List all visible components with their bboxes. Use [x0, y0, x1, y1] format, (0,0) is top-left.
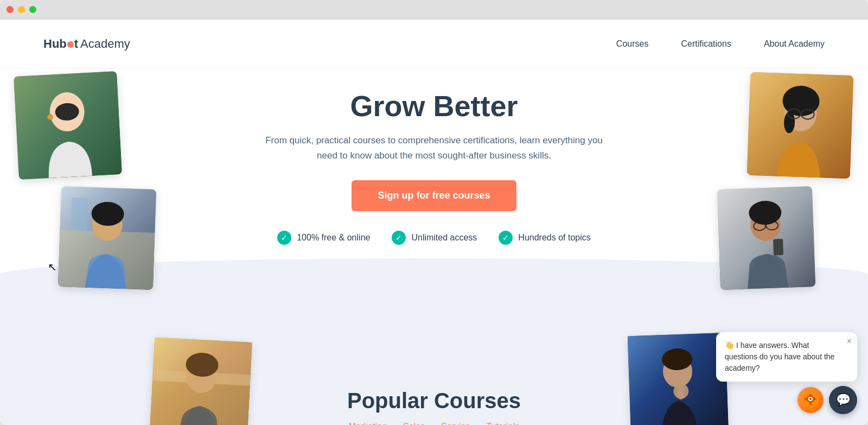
svg-point-36 [809, 398, 812, 400]
svg-rect-13 [71, 198, 88, 231]
feature-unlimited-label: Unlimited access [411, 233, 477, 243]
check-icon-topics: ✓ [499, 231, 513, 245]
photo-card-mid-left [58, 186, 156, 290]
close-button[interactable] [7, 6, 14, 13]
logo-hubspot-text: Hub [43, 37, 67, 51]
hero-subtitle: From quick, practical courses to compreh… [255, 133, 613, 162]
nav-about-academy[interactable]: About Academy [764, 39, 825, 49]
feature-free-label: 100% free & online [297, 233, 370, 243]
chat-bubble-text: 👋 I have answers. What questions do you … [725, 340, 848, 374]
chat-avatar [797, 387, 824, 413]
photo-card-top-right [747, 72, 854, 179]
features-row: ✓ 100% free & online ✓ Unlimited access … [255, 231, 613, 245]
check-icon-unlimited: ✓ [392, 231, 406, 245]
minimize-button[interactable] [18, 6, 25, 13]
logo-academy-text: Academy [80, 37, 130, 51]
hero-section: Grow Better From quick, practical course… [0, 68, 868, 323]
svg-rect-22 [773, 239, 783, 256]
photo-card-bottom-left [149, 337, 252, 425]
logo-dot-icon [67, 41, 74, 48]
browser-window: Hubt Academy Courses Certifications Abou… [0, 0, 868, 425]
chat-bubble: × 👋 I have answers. What questions do yo… [716, 332, 857, 382]
svg-rect-40 [805, 398, 807, 400]
svg-rect-32 [677, 386, 684, 399]
feature-topics-label: Hundreds of topics [518, 233, 590, 243]
svg-rect-39 [809, 403, 812, 405]
close-chat-button[interactable]: × [847, 337, 852, 346]
svg-rect-37 [809, 394, 812, 396]
course-tabs: Marketing Sales Service Tutorials [347, 422, 521, 425]
svg-rect-38 [814, 398, 816, 400]
nav-links: Courses Certifications About Academy [616, 39, 825, 49]
photo-card-top-left [14, 71, 122, 180]
popular-courses-title: Popular Courses [347, 389, 521, 413]
maximize-button[interactable] [29, 6, 36, 13]
hero-content: Grow Better From quick, practical course… [244, 90, 624, 245]
feature-free: ✓ 100% free & online [277, 231, 370, 245]
tab-sales[interactable]: Sales [403, 422, 425, 425]
nav-certifications[interactable]: Certifications [681, 39, 731, 49]
title-bar [0, 0, 868, 20]
chat-open-button[interactable]: 💬 [829, 386, 857, 414]
feature-unlimited: ✓ Unlimited access [392, 231, 477, 245]
photo-card-bottom-right [628, 333, 729, 425]
svg-point-3 [47, 114, 53, 120]
logo: Hubt Academy [43, 37, 130, 51]
popular-courses-section: Popular Courses Marketing Sales Service … [347, 378, 521, 425]
tab-marketing[interactable]: Marketing [349, 422, 387, 425]
signup-cta-button[interactable]: Sign up for free courses [352, 180, 516, 211]
browser-content: Hubt Academy Courses Certifications Abou… [0, 20, 868, 425]
hero-title: Grow Better [255, 90, 613, 122]
tab-service[interactable]: Service [441, 422, 470, 425]
check-icon-free: ✓ [277, 231, 291, 245]
feature-topics: ✓ Hundreds of topics [499, 231, 590, 245]
nav-courses[interactable]: Courses [616, 39, 649, 49]
photo-card-mid-right [717, 186, 815, 290]
logo-spot-text: t [74, 37, 78, 51]
chat-widget: × 👋 I have answers. What questions do yo… [716, 332, 857, 414]
navbar: Hubt Academy Courses Certifications Abou… [0, 20, 868, 68]
tab-tutorials[interactable]: Tutorials [486, 422, 519, 425]
